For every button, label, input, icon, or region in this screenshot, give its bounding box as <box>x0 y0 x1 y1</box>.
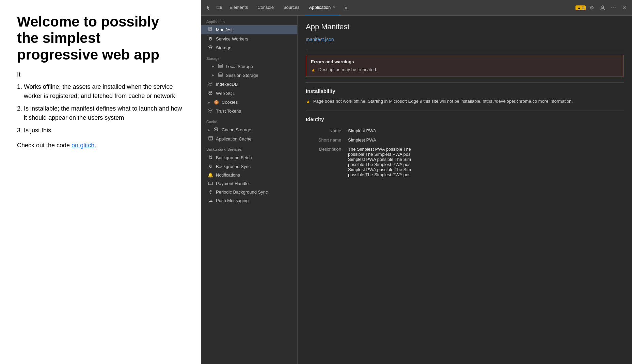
errors-box-title: Errors and warnings <box>311 59 619 64</box>
glitch-link[interactable]: on glitch <box>72 142 94 149</box>
sidebar-item-push-messaging[interactable]: ☁ Push Messaging <box>201 196 297 205</box>
list-item: Is just this. <box>24 126 184 135</box>
sidebar-item-indexeddb[interactable]: IndexedDB <box>201 80 297 89</box>
service-workers-label: Service Workers <box>216 36 248 42</box>
identity-title: Identity <box>306 116 624 122</box>
payment-handler-label: Payment Handler <box>216 181 250 186</box>
sidebar-item-trust-tokens[interactable]: Trust Tokens <box>201 106 297 116</box>
triangle-icon: ▶ <box>212 65 214 68</box>
desc-line: possible The Simplest PWA pos <box>348 152 450 157</box>
webpage-panel: Welcome to possibly the simplest progres… <box>0 0 201 364</box>
sidebar-item-cache-storage[interactable]: ▶ Cache Storage <box>201 125 297 134</box>
background-sync-icon: ↻ <box>208 164 213 169</box>
identity-row-short-name: Short name Simplest PWA <box>306 135 624 145</box>
identity-row-description: Description The Simplest PWA possible Th… <box>306 145 624 179</box>
identity-table: Name Simplest PWA Short name Simplest PW… <box>306 126 624 179</box>
local-storage-icon <box>218 64 223 69</box>
background-sync-label: Background Sync <box>216 164 251 169</box>
list-item: Is installable; the manifest defines wha… <box>24 104 184 122</box>
divider <box>306 82 624 83</box>
errors-warnings-box: Errors and warnings ▲ Description may be… <box>306 55 624 77</box>
svg-point-17 <box>209 91 212 93</box>
errors-box-item: ▲ Description may be truncated. <box>311 67 619 72</box>
profile-icon[interactable] <box>598 3 607 13</box>
payment-handler-icon <box>208 181 213 186</box>
triangle-icon: ▶ <box>212 73 214 77</box>
more-options-icon[interactable]: ··· <box>609 3 618 13</box>
cursor-icon[interactable] <box>204 3 213 13</box>
session-storage-icon <box>218 72 223 78</box>
settings-icon[interactable]: ⚙ <box>587 3 597 13</box>
desc-line: Simplest PWA possible The Sim <box>348 157 450 162</box>
manifest-json-link[interactable]: manifest.json <box>306 37 624 42</box>
manifest-label: Manifest <box>216 27 233 32</box>
check-text: Check out the code on glitch. <box>17 142 184 149</box>
svg-rect-0 <box>217 6 220 9</box>
sidebar-item-background-fetch[interactable]: ⇅ Background Fetch <box>201 153 297 162</box>
identity-value-description: The Simplest PWA possible The possible T… <box>347 145 624 179</box>
service-workers-icon: ⚙ <box>208 36 213 42</box>
sidebar-item-service-workers[interactable]: ⚙ Service Workers <box>201 34 297 43</box>
more-tabs-icon[interactable]: » <box>341 3 351 13</box>
identity-value-name: Simplest PWA <box>347 126 624 135</box>
manifest-icon <box>208 27 213 33</box>
sidebar-item-periodic-background-sync[interactable]: ⏱ Periodic Background Sync <box>201 188 297 196</box>
indexeddb-icon <box>208 81 213 87</box>
sidebar-item-session-storage[interactable]: ▶ Session Storage <box>201 71 297 80</box>
sidebar-item-local-storage[interactable]: ▶ Local Storage <box>201 62 297 71</box>
devtools-panel: Elements Console Sources Application ✕ »… <box>201 0 632 364</box>
error-text: Description may be truncated. <box>318 67 377 72</box>
svg-point-19 <box>215 128 218 129</box>
tab-close-icon[interactable]: ✕ <box>333 5 336 10</box>
svg-point-7 <box>209 46 212 47</box>
list-item: Works offline; the assets are installed … <box>24 82 184 101</box>
warning-icon: ▲ <box>577 6 581 10</box>
sidebar-item-application-cache[interactable]: Application Cache <box>201 134 297 143</box>
sidebar-item-storage-app[interactable]: Storage <box>201 43 297 52</box>
sidebar-item-background-sync[interactable]: ↻ Background Sync <box>201 162 297 171</box>
sidebar-item-manifest[interactable]: Manifest <box>201 25 297 34</box>
sidebar-item-notifications[interactable]: 🔔 Notifications <box>201 171 297 179</box>
push-messaging-icon: ☁ <box>208 198 213 203</box>
sidebar-section-background-services: Background Services <box>201 143 297 153</box>
sidebar-section-application: Application <box>201 16 297 25</box>
background-fetch-label: Background Fetch <box>216 155 252 160</box>
warning-badge[interactable]: ▲ 1 <box>575 5 586 10</box>
desc-line: Simplest PWA possible The Sim <box>348 167 450 172</box>
device-emulation-icon[interactable] <box>215 3 224 13</box>
sidebar-item-web-sql[interactable]: Web SQL <box>201 89 297 98</box>
tab-application[interactable]: Application ✕ <box>305 0 340 15</box>
installability-text: Page does not work offline. Starting in … <box>313 98 573 105</box>
sidebar-item-cookies[interactable]: ▶ 🍪 Cookies <box>201 98 297 106</box>
tab-sources[interactable]: Sources <box>279 0 304 15</box>
svg-point-18 <box>209 109 212 110</box>
intro-text: It <box>17 71 184 78</box>
close-devtools-icon[interactable]: ✕ <box>620 3 629 13</box>
identity-value-short-name: Simplest PWA <box>347 135 624 145</box>
identity-label-short-name: Short name <box>306 135 347 145</box>
svg-rect-1 <box>220 7 222 9</box>
desc-line: possible The Simplest PWA pos <box>348 162 450 167</box>
notifications-icon: 🔔 <box>208 172 213 178</box>
tab-elements[interactable]: Elements <box>225 0 252 15</box>
devtools-body: Application Manifest ⚙ Service Workers S… <box>201 16 632 364</box>
indexeddb-label: IndexedDB <box>216 82 238 87</box>
installability-section: ▲ Page does not work offline. Starting i… <box>306 98 624 105</box>
identity-label-description: Description <box>306 145 347 179</box>
panel-title: App Manifest <box>306 22 624 31</box>
notifications-label: Notifications <box>216 172 240 178</box>
tab-console[interactable]: Console <box>253 0 278 15</box>
devtools-toolbar: Elements Console Sources Application ✕ »… <box>201 0 632 16</box>
identity-label-name: Name <box>306 126 347 135</box>
sidebar: Application Manifest ⚙ Service Workers S… <box>201 16 298 364</box>
sidebar-section-storage: Storage <box>201 52 297 62</box>
warning-triangle-icon: ▲ <box>306 98 311 105</box>
cookies-icon: 🍪 <box>214 100 219 105</box>
page-heading: Welcome to possibly the simplest progres… <box>17 14 184 63</box>
session-storage-label: Session Storage <box>226 73 258 78</box>
push-messaging-label: Push Messaging <box>216 198 249 203</box>
sidebar-item-payment-handler[interactable]: Payment Handler <box>201 179 297 188</box>
web-sql-icon <box>208 90 213 96</box>
warning-triangle-icon: ▲ <box>311 67 316 72</box>
divider <box>306 49 624 49</box>
